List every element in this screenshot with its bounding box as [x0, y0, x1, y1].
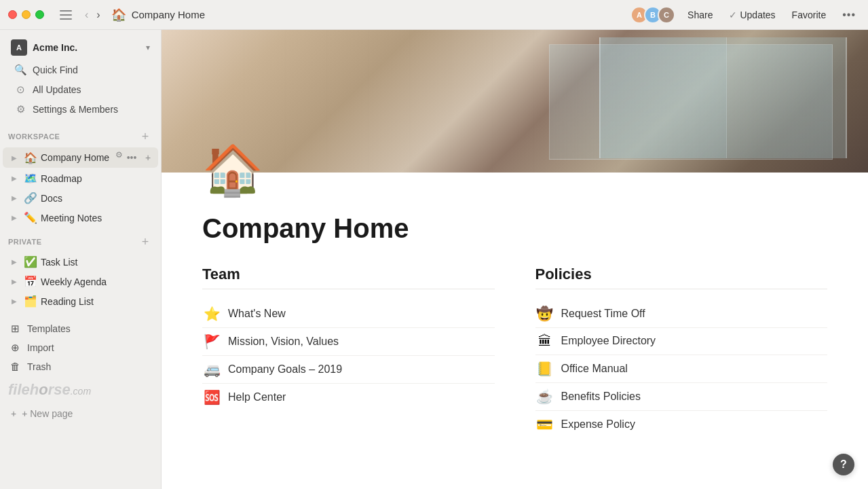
- sidebar-item-reading-list[interactable]: ▶ 🗂️ Reading List: [3, 292, 158, 310]
- app-body: A Acme Inc. ▾ 🔍 Quick Find ⊙ All Updates…: [0, 30, 868, 489]
- item-add-button[interactable]: +: [140, 150, 155, 165]
- doc-link-text: Mission, Vision, Values: [228, 334, 339, 349]
- tree-expand-icon[interactable]: ▶: [8, 295, 20, 308]
- doc-link-text: Employee Directory: [561, 333, 656, 348]
- share-button[interactable]: Share: [683, 7, 717, 23]
- van-icon: 🚐: [202, 361, 221, 378]
- workspace-header[interactable]: A Acme Inc. ▾: [5, 35, 155, 60]
- updates-icon: ⊙: [14, 84, 27, 96]
- check-icon: ✓: [729, 10, 737, 20]
- maximize-button[interactable]: [35, 10, 44, 19]
- new-page-label: + New page: [22, 408, 73, 419]
- avatar: C: [658, 6, 675, 24]
- link-whats-new[interactable]: ⭐ What's New: [202, 300, 495, 328]
- weekly-agenda-icon: 📅: [23, 275, 38, 288]
- workspace-section-header: WORKSPACE +: [0, 122, 161, 147]
- favorite-button[interactable]: Favorite: [788, 7, 831, 23]
- doc-link-text: Benefits Policies: [561, 389, 641, 404]
- columns: Team ⭐ What's New 🚩 Mission, Vision, Val…: [202, 266, 827, 438]
- private-add-button[interactable]: +: [138, 234, 153, 249]
- private-section-header: PRIVATE +: [0, 228, 161, 252]
- doc-link-text: Help Center: [228, 390, 286, 405]
- workspace-avatar: A: [11, 39, 27, 56]
- link-benefits-policies[interactable]: ☕ Benefits Policies: [535, 383, 828, 411]
- page-icon-area: 🏠: [162, 145, 868, 194]
- sidebar-item-label: Import: [27, 342, 54, 353]
- sidebar-item-task-list[interactable]: ▶ ✅ Task List: [3, 253, 158, 271]
- sos-icon: 🆘: [202, 389, 221, 405]
- sidebar-top: A Acme Inc. ▾ 🔍 Quick Find ⊙ All Updates…: [0, 30, 161, 122]
- sidebar-item-all-updates[interactable]: ⊙ All Updates: [8, 80, 153, 99]
- updates-label: Updates: [740, 10, 775, 20]
- link-request-time-off[interactable]: 🤠 Request Time Off: [535, 300, 828, 328]
- link-expense-policy[interactable]: 💳 Expense Policy: [535, 411, 828, 438]
- tree-item-label: Company Home: [41, 152, 113, 163]
- page-title-icon: 🏠: [111, 7, 126, 22]
- roadmap-icon: 🗺️: [23, 172, 38, 185]
- sidebar-item-trash[interactable]: 🗑 Trash: [3, 357, 158, 376]
- sidebar-toggle-button[interactable]: [55, 4, 77, 26]
- titlebar-right: A B C Share ✓ Updates Favorite •••: [630, 6, 860, 24]
- meeting-notes-icon: ✏️: [23, 211, 38, 224]
- team-heading: Team: [202, 266, 495, 289]
- reading-list-icon: 🗂️: [23, 295, 38, 308]
- sidebar-item-templates[interactable]: ⊞ Templates: [3, 319, 158, 338]
- link-company-goals[interactable]: 🚐 Company Goals – 2019: [202, 356, 495, 384]
- back-arrow-button[interactable]: ‹: [82, 6, 91, 24]
- sidebar-item-roadmap[interactable]: ▶ 🗺️ Roadmap: [3, 169, 158, 187]
- close-button[interactable]: [8, 10, 17, 19]
- item-options-icon: ⚙: [115, 150, 123, 165]
- sidebar-item-weekly-agenda[interactable]: ▶ 📅 Weekly Agenda: [3, 272, 158, 291]
- page-title-text: Company Home: [132, 9, 205, 20]
- minimize-button[interactable]: [22, 10, 31, 19]
- tree-item-actions: ⚙ ••• +: [115, 150, 155, 165]
- private-section-label: PRIVATE: [8, 238, 42, 246]
- sidebar-item-company-home[interactable]: ▶ 🏠 Company Home ⚙ ••• +: [3, 147, 158, 168]
- page-emoji: 🏠: [202, 145, 827, 194]
- cowboy-icon: 🤠: [535, 306, 554, 322]
- sidebar-item-label: Settings & Members: [33, 104, 118, 115]
- sidebar-item-quick-find[interactable]: 🔍 Quick Find: [8, 60, 153, 79]
- svg-rect-1: [60, 14, 72, 16]
- sidebar: A Acme Inc. ▾ 🔍 Quick Find ⊙ All Updates…: [0, 30, 162, 489]
- forward-arrow-button[interactable]: ›: [94, 6, 102, 24]
- sidebar-bottom-items: ⊞ Templates ⊕ Import 🗑 Trash: [0, 319, 161, 376]
- link-employee-directory[interactable]: 🏛 Employee Directory: [535, 328, 828, 355]
- link-mission[interactable]: 🚩 Mission, Vision, Values: [202, 328, 495, 356]
- new-page-button[interactable]: + + New page: [3, 404, 158, 423]
- tree-expand-icon[interactable]: ▶: [8, 173, 20, 185]
- more-options-button[interactable]: •••: [838, 6, 860, 24]
- sidebar-item-label: All Updates: [33, 84, 81, 95]
- page-title: Company Home: [202, 213, 827, 244]
- workspace-add-button[interactable]: +: [138, 129, 153, 144]
- sidebar-item-meeting-notes[interactable]: ▶ ✏️ Meeting Notes: [3, 209, 158, 227]
- tree-expand-icon[interactable]: ▶: [8, 151, 20, 164]
- help-button[interactable]: ?: [833, 454, 854, 475]
- item-more-button[interactable]: •••: [124, 150, 139, 165]
- tree-item-label: Meeting Notes: [41, 213, 155, 223]
- updates-button[interactable]: ✓ Updates: [725, 7, 779, 23]
- templates-icon: ⊞: [8, 323, 22, 335]
- sidebar-item-import[interactable]: ⊕ Import: [3, 338, 158, 357]
- tree-item-label: Docs: [41, 193, 155, 204]
- trash-icon: 🗑: [8, 361, 22, 372]
- tree-expand-icon[interactable]: ▶: [8, 276, 20, 288]
- sidebar-item-docs[interactable]: ▶ 🔗 Docs: [3, 189, 158, 207]
- nav-arrows: ‹ ›: [82, 6, 103, 24]
- workspace-name: Acme Inc.: [33, 42, 140, 53]
- link-help-center[interactable]: 🆘 Help Center: [202, 384, 495, 411]
- doc-link-text: Office Manual: [561, 361, 628, 376]
- traffic-lights: [8, 10, 44, 19]
- search-icon: 🔍: [14, 64, 27, 76]
- content-area: Company Home Team ⭐ What's New 🚩 Mission…: [162, 194, 868, 465]
- sidebar-item-settings[interactable]: ⚙ Settings & Members: [8, 100, 153, 119]
- tree-expand-icon[interactable]: ▶: [8, 192, 20, 204]
- doc-link-text: What's New: [228, 306, 286, 321]
- doc-link-text: Company Goals – 2019: [228, 362, 342, 377]
- tree-expand-icon[interactable]: ▶: [8, 256, 20, 268]
- workspace-chevron-icon: ▾: [146, 43, 150, 52]
- new-page-plus-icon: +: [11, 408, 16, 419]
- tree-expand-icon[interactable]: ▶: [8, 212, 20, 224]
- link-office-manual[interactable]: 📒 Office Manual: [535, 355, 828, 383]
- tree-item-label: Weekly Agenda: [41, 276, 155, 287]
